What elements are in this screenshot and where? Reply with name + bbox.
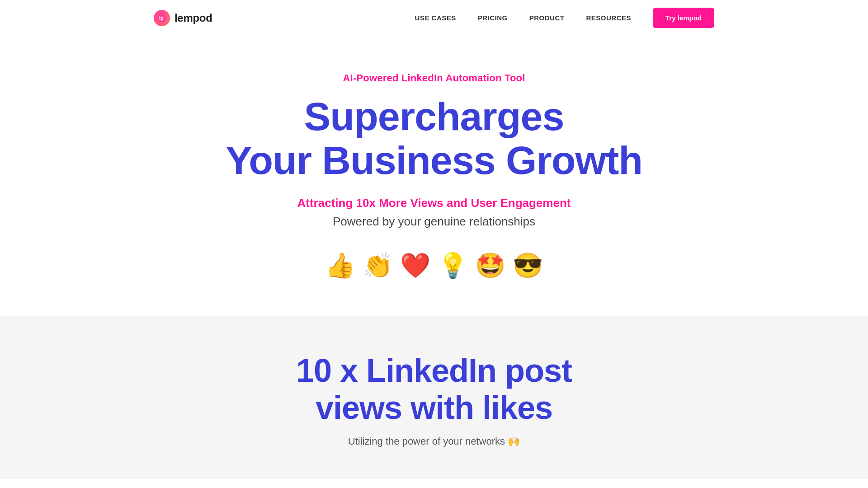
lower-subtitle: Utilizing the power of your networks 🙌 <box>0 436 868 447</box>
hero-subtitle-pink: Attracting 10x More Views and User Engag… <box>297 196 571 210</box>
svg-text:lp: lp <box>159 15 164 21</box>
header: lp lempod USE CASES PRICING PRODUCT RESO… <box>0 0 868 36</box>
hero-subtitle-gray: Powered by your genuine relationships <box>333 215 535 229</box>
hero-title: Supercharges Your Business Growth <box>226 95 642 183</box>
nav-use-cases[interactable]: USE CASES <box>415 14 456 22</box>
lower-title: 10 x LinkedIn post views with likes <box>0 352 868 427</box>
try-lempod-button[interactable]: Try lempod <box>653 8 714 28</box>
nav-pricing[interactable]: PRICING <box>478 14 508 22</box>
emoji-row: 👍 👏 ❤️ 💡 🤩 😎 <box>325 251 543 280</box>
emoji-heart: ❤️ <box>400 251 430 280</box>
hero-title-line1: Supercharges <box>304 94 564 139</box>
emoji-bulb: 💡 <box>438 251 468 280</box>
hero-title-line2: Your Business Growth <box>226 138 642 183</box>
emoji-cool: 😎 <box>513 251 543 280</box>
lower-title-line1: 10 x LinkedIn post <box>296 352 572 389</box>
main-nav: USE CASES PRICING PRODUCT RESOURCES Try … <box>415 8 714 28</box>
nav-product[interactable]: PRODUCT <box>529 14 565 22</box>
lower-section: 10 x LinkedIn post views with likes Util… <box>0 316 868 479</box>
emoji-clap: 👏 <box>363 251 393 280</box>
nav-resources[interactable]: RESOURCES <box>586 14 631 22</box>
emoji-thumbsup: 👍 <box>325 251 355 280</box>
lower-title-line2: views with likes <box>316 389 552 426</box>
logo[interactable]: lp lempod <box>154 10 212 26</box>
hero-tagline: AI-Powered LinkedIn Automation Tool <box>343 72 525 84</box>
logo-icon: lp <box>154 10 170 26</box>
hero-section: AI-Powered LinkedIn Automation Tool Supe… <box>0 36 868 316</box>
emoji-starstruck: 🤩 <box>475 251 505 280</box>
logo-text: lempod <box>175 12 212 24</box>
